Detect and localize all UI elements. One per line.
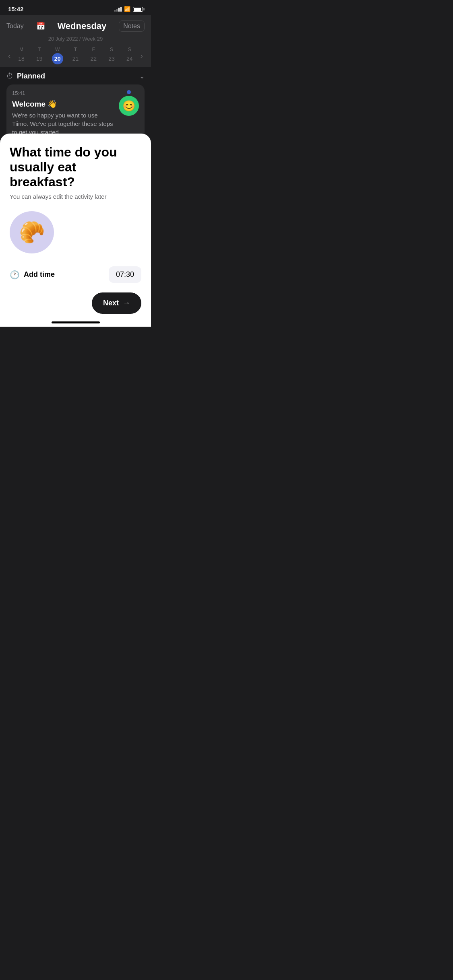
signal-icon [114,7,122,12]
add-time-row: 🕐 Add time 07:30 [10,266,141,283]
today-button[interactable]: Today [6,23,24,30]
day-sunday[interactable]: S 24 [124,47,135,64]
home-indicator [52,321,100,323]
chevron-down-icon[interactable]: ⌄ [139,72,145,80]
sheet-subtitle: You can always edit the activity later [10,193,141,200]
day-title: Wednesday [57,21,106,31]
wifi-icon: 📶 [124,6,130,12]
day-num-20: 20 [52,53,63,64]
day-letter-m: M [19,47,23,52]
day-letter-t2: T [74,47,77,52]
calendar-section: Today 📅 Wednesday Notes 20 July 2022 / W… [0,15,151,67]
planned-left: ⏱ Planned [6,72,45,80]
day-num-22: 22 [88,53,99,64]
status-dot [127,90,131,94]
day-monday[interactable]: M 18 [16,47,27,64]
planned-header: ⏱ Planned ⌄ [6,72,145,84]
notes-button[interactable]: Notes [119,21,145,32]
bottom-sheet: What time do you usually eat breakfast? … [0,134,151,327]
arrow-right-icon: → [123,299,130,307]
activity-time: 15:41 [12,90,114,96]
time-display: 15:42 [8,6,23,12]
day-friday[interactable]: F 22 [88,47,99,64]
status-icons: 📶 [114,6,143,12]
planned-title: Planned [17,72,45,80]
day-tuesday[interactable]: T 19 [34,47,45,64]
clock-planned-icon: ⏱ [6,72,14,80]
sheet-question: What time do you usually eat breakfast? [10,145,141,189]
activity-title: Welcome 👋 [12,99,114,109]
prev-week-button[interactable]: ‹ [6,51,12,60]
add-time-left: 🕐 Add time [10,270,55,280]
add-time-label: Add time [24,270,55,279]
day-letter-s1: S [110,47,113,52]
day-letter-t1: T [38,47,41,52]
activity-emoji: 😊 [119,96,139,116]
croissant-emoji: 🥐 [19,220,45,245]
battery-icon [133,7,143,12]
day-num-23: 23 [106,53,117,64]
top-nav: Today 📅 Wednesday Notes [6,18,145,36]
activity-description: We're so happy you want to use Tiimo. We… [12,111,114,136]
status-bar: 15:42 📶 [0,0,151,15]
day-letter-f: F [92,47,95,52]
day-letter-w: W [55,47,60,52]
next-button[interactable]: Next → [92,292,141,314]
next-label: Next [103,299,119,307]
week-row: ‹ M 18 T 19 W 20 T 21 F 22 S [6,45,145,67]
calendar-icon[interactable]: 📅 [36,22,45,31]
clock-icon: 🕐 [10,270,20,280]
activity-emoji-wrap: 😊 [119,90,139,116]
next-week-button[interactable]: › [139,51,145,60]
day-num-21: 21 [70,53,81,64]
breakfast-icon: 🥐 [10,211,54,253]
day-letter-s2: S [128,47,131,52]
day-wednesday[interactable]: W 20 [52,47,63,64]
day-num-18: 18 [16,53,27,64]
date-subtitle: 20 July 2022 / Week 29 [6,36,145,45]
time-picker[interactable]: 07:30 [109,266,141,283]
day-thursday[interactable]: T 21 [70,47,81,64]
day-saturday[interactable]: S 23 [106,47,117,64]
week-days: M 18 T 19 W 20 T 21 F 22 S 23 [12,47,139,64]
day-num-19: 19 [34,53,45,64]
day-num-24: 24 [124,53,135,64]
